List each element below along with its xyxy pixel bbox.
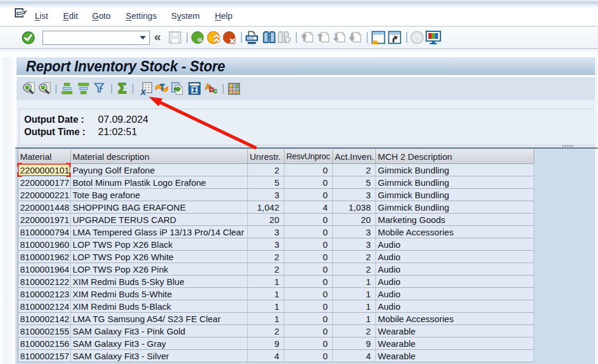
svg-text:«: « (197, 34, 202, 44)
svg-text:x: x (140, 87, 146, 96)
svg-text:?: ? (414, 32, 420, 42)
svg-text:c: c (213, 86, 217, 95)
svg-text:Σ: Σ (118, 82, 126, 95)
